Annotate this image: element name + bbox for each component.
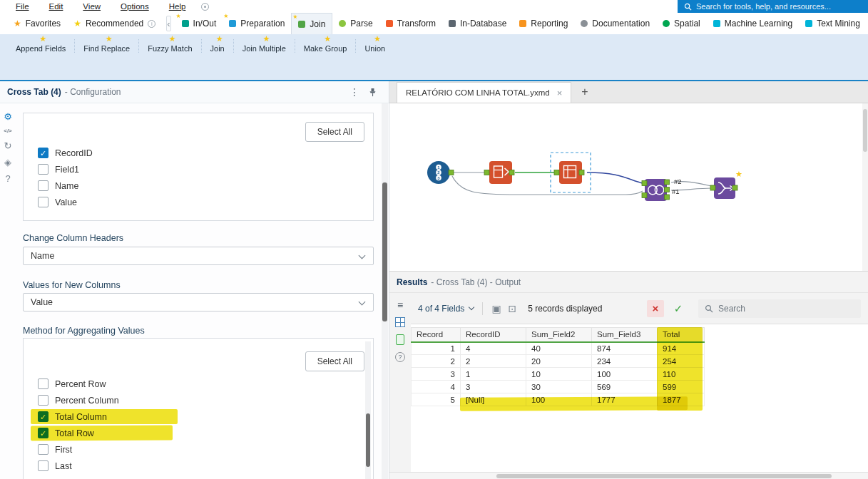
menu-options[interactable]: Options <box>111 2 159 11</box>
kebab-menu-icon[interactable]: ⋮ <box>341 86 368 98</box>
menu-view[interactable]: View <box>73 2 111 11</box>
tool-union[interactable]: ★ Union <box>355 39 394 53</box>
join-node[interactable] <box>645 179 667 201</box>
checkbox-unchecked[interactable] <box>38 395 48 406</box>
tab-reporting[interactable]: Reporting <box>513 13 574 34</box>
help-icon[interactable]: ? <box>395 352 405 362</box>
checkbox-checked[interactable]: ✓ <box>38 428 48 438</box>
checkbox-checked[interactable]: ✓ <box>38 148 48 158</box>
tab-parse[interactable]: Parse <box>332 13 379 34</box>
menu-help[interactable]: Help <box>159 2 196 11</box>
menu-edit[interactable]: Edit <box>39 2 73 11</box>
global-search-bar[interactable]: Search for tools, help, and resources... <box>678 0 868 13</box>
method-row-percent-row[interactable]: Percent Row <box>24 376 373 392</box>
scrollbar-thumb[interactable] <box>366 413 370 467</box>
select-fields-icon[interactable]: ▣ <box>491 304 501 314</box>
union-node[interactable] <box>714 177 735 199</box>
column-header[interactable]: Total <box>658 328 705 342</box>
checkbox-unchecked[interactable] <box>38 460 48 471</box>
checkbox-unchecked[interactable] <box>38 180 48 191</box>
scrollbar-thumb[interactable] <box>496 474 832 478</box>
field-row-recordid[interactable]: ✓ RecordID <box>24 145 373 161</box>
fields-selector[interactable]: 4 of 4 Fields <box>418 304 474 314</box>
method-row-first[interactable]: First <box>24 441 373 458</box>
recommended-star-icon: ★ <box>73 19 81 28</box>
tab-spatial[interactable]: Spatial <box>656 13 707 34</box>
transpose-node[interactable] <box>489 161 512 184</box>
crosstab-node[interactable] <box>559 161 582 184</box>
field-row-name[interactable]: Name <box>24 177 373 194</box>
apply-button[interactable]: ✓ <box>670 300 687 317</box>
column-header[interactable]: Sum_Field3 <box>592 328 658 342</box>
tab-label: Favorites <box>26 19 61 29</box>
table-view-icon[interactable] <box>395 317 405 327</box>
values-for-new-columns-label: Values for New Columns <box>23 280 375 290</box>
clear-filter-button[interactable]: × <box>647 300 664 317</box>
text-input-node[interactable]: 1 2 3 <box>427 161 450 184</box>
tab-machine-learning[interactable]: Machine Learning <box>707 13 799 34</box>
new-tab-button[interactable]: + <box>581 86 588 98</box>
tool-find-replace[interactable]: ★ Find Replace <box>74 39 138 53</box>
tool-join[interactable]: ★ Join <box>201 39 233 53</box>
column-header[interactable]: RecordID <box>461 328 526 342</box>
method-row-total-column[interactable]: ✓ Total Column <box>24 408 373 425</box>
tool-make-group[interactable]: ★ Make Group <box>295 39 356 53</box>
cell-viewer-icon[interactable]: ⊡ <box>509 304 517 314</box>
grid-cell: 4 <box>412 381 461 393</box>
method-row-last[interactable]: Last <box>24 458 373 474</box>
data-file-icon[interactable] <box>396 334 404 345</box>
tool-join-multiple[interactable]: ★ Join Multiple <box>233 39 295 53</box>
results-search-input[interactable]: Search <box>698 299 861 318</box>
checkbox-unchecked[interactable] <box>38 378 48 389</box>
grid-row: 2 2 20 234 254 <box>412 355 705 368</box>
hamburger-icon[interactable]: ≡ <box>397 300 403 310</box>
tab-documentation[interactable]: Documentation <box>574 13 656 34</box>
scrollbar-thumb[interactable] <box>382 182 387 321</box>
checkbox-unchecked[interactable] <box>38 444 48 455</box>
close-icon[interactable]: × <box>557 88 563 98</box>
tool-append-fields[interactable]: ★ Append Fields <box>7 39 74 53</box>
tab-join[interactable]: ★ Join <box>291 13 332 34</box>
tab-favorites[interactable]: ★ Favorites <box>7 13 67 34</box>
palette-scroll-left-button[interactable]: ‹ <box>166 16 170 31</box>
grid-cell: 2 <box>461 355 526 368</box>
tab-label: Spatial <box>674 19 700 29</box>
tab-recommended[interactable]: ★ Recommended i <box>67 13 162 34</box>
select-all-fields-button[interactable]: Select All <box>305 122 364 142</box>
scrollbar-thumb[interactable] <box>863 109 867 152</box>
field-row-value[interactable]: Value <box>24 194 373 210</box>
config-scrollbar <box>382 103 388 479</box>
menu-file[interactable]: File <box>6 2 39 11</box>
workflow-canvas[interactable]: 1 2 3 <box>389 103 862 271</box>
tag-icon[interactable]: ◈ <box>4 158 11 167</box>
tab-preparation[interactable]: ★ Preparation <box>223 13 291 34</box>
refresh-icon[interactable]: ↻ <box>4 141 12 150</box>
gear-icon[interactable]: ⚙ <box>4 112 12 121</box>
select-all-methods-button[interactable]: Select All <box>305 351 364 371</box>
method-row-total-row[interactable]: ✓ Total Row <box>24 425 373 441</box>
favorites-star-icon: ★ <box>14 19 21 28</box>
workflow-tab[interactable]: RELATÓRIO COM LINHA TOTAL.yxmd × <box>397 82 571 103</box>
tool-fuzzy-match[interactable]: ★ Fuzzy Match <box>138 39 200 53</box>
input-anchor <box>484 170 489 175</box>
pin-icon[interactable] <box>368 88 377 97</box>
help-icon[interactable]: ? <box>5 174 10 183</box>
tab-in-database[interactable]: In-Database <box>442 13 513 34</box>
field-row-field1[interactable]: Field1 <box>24 161 373 177</box>
values-for-new-columns-select[interactable]: Value <box>23 293 374 311</box>
checkbox-checked[interactable]: ✓ <box>38 411 48 422</box>
method-row-percent-column[interactable]: Percent Column <box>24 392 373 408</box>
grid-cell: 4 <box>461 342 526 355</box>
column-header[interactable]: Sum_Field2 <box>526 328 592 342</box>
change-column-headers-label: Change Column Headers <box>23 233 375 243</box>
tab-text-mining[interactable]: Text Mining <box>799 13 867 34</box>
tab-in-out[interactable]: ★ In/Out <box>175 13 223 34</box>
tab-transform[interactable]: Transform <box>379 13 442 34</box>
column-header[interactable]: Record <box>412 328 461 342</box>
aggregation-methods-box: Select All Percent Row Percent Column ✓ … <box>23 338 374 479</box>
grid-cell: 874 <box>592 342 658 355</box>
change-column-headers-select[interactable]: Name <box>23 247 374 265</box>
code-icon[interactable]: </> <box>4 128 12 134</box>
checkbox-unchecked[interactable] <box>38 197 48 207</box>
checkbox-unchecked[interactable] <box>38 164 48 175</box>
